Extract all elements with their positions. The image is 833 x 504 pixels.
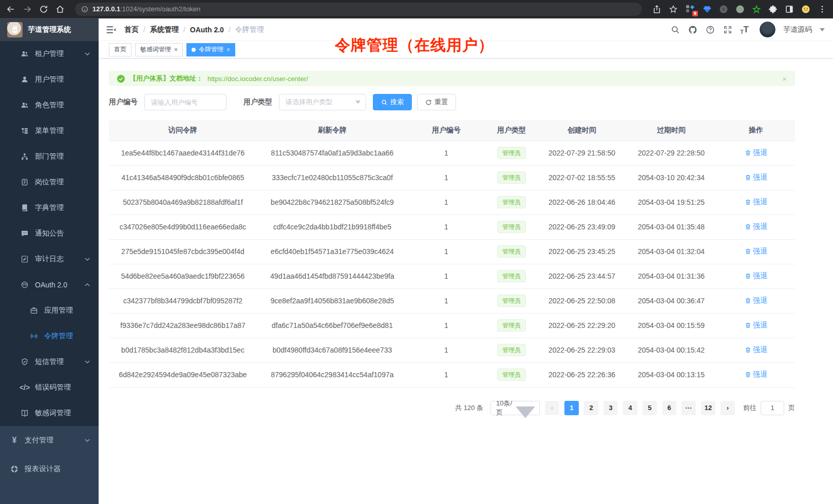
page-button-2[interactable]: 2	[584, 401, 598, 415]
sidebar-item-menu[interactable]: 菜单管理	[0, 118, 99, 144]
sidebar-item-sms[interactable]: 短信管理	[0, 349, 99, 375]
dark-circle-extension-icon[interactable]	[719, 5, 728, 14]
page-button-5[interactable]: 5	[642, 401, 657, 415]
sidebar-item-role[interactable]: 角色管理	[0, 92, 99, 118]
browser-reload-icon[interactable]	[39, 5, 48, 14]
page-button-1[interactable]: 1	[564, 401, 579, 415]
sidebar-item-oauth2-token[interactable]: 令牌管理	[0, 323, 99, 349]
tab-close-icon[interactable]: ×	[174, 47, 178, 53]
browser-forward-icon[interactable]	[23, 5, 32, 14]
breadcrumb-item[interactable]: 系统管理	[150, 25, 179, 34]
tab-close-icon[interactable]: ×	[226, 47, 230, 53]
menu-item-label: 错误码管理	[35, 383, 71, 392]
force-logout-button[interactable]: 强退	[745, 370, 767, 379]
alert-text: 【用户体系】文档地址：	[129, 74, 203, 83]
force-logout-button[interactable]: 强退	[745, 272, 767, 281]
force-logout-button[interactable]: 强退	[745, 198, 767, 207]
tab-令牌管理[interactable]: 令牌管理 ×	[186, 43, 235, 56]
browser-home-icon[interactable]	[55, 5, 65, 14]
header-search-icon[interactable]	[671, 25, 680, 34]
menu-item-label: OAuth 2.0	[35, 281, 67, 289]
sidebar-item-audit-log[interactable]: 审计日志	[0, 246, 99, 272]
gem-extension-icon[interactable]	[703, 5, 712, 14]
force-logout-button[interactable]: 强退	[745, 247, 767, 256]
sidebar-item-oauth2-app[interactable]: 应用管理	[0, 298, 99, 323]
extension-colored-icon[interactable]: 9	[685, 4, 695, 14]
force-logout-button[interactable]: 强退	[745, 173, 767, 182]
force-logout-button[interactable]: 强退	[745, 222, 767, 231]
tab-首页[interactable]: 首页	[109, 43, 131, 56]
tab-敏感词管理[interactable]: 敏感词管理 ×	[135, 43, 183, 56]
address-bar[interactable]: 127.0.0.1:1024/system/oauth2/token	[75, 3, 642, 16]
site-info-icon[interactable]	[81, 6, 88, 13]
font-size-icon[interactable]: TT	[741, 25, 749, 35]
tab-active-dot	[192, 48, 196, 52]
sidebar-item-oauth2[interactable]: OAuth 2.0	[0, 272, 99, 298]
user-name[interactable]: 芋道源码	[783, 25, 812, 34]
sidebar-item-notice[interactable]: 通知公告	[0, 221, 99, 246]
next-page-button[interactable]: ›	[721, 401, 735, 415]
sidebar-item-report[interactable]: 报表设计器	[0, 455, 99, 483]
sidebar-item-sensitive-word[interactable]: 敏感词管理	[0, 400, 99, 426]
user-type-tag: 管理员	[497, 369, 526, 381]
code-icon: </>	[21, 383, 29, 392]
expire-time-cell: 2054-03-04 01:31:36	[626, 264, 717, 288]
page-more-button[interactable]: ···	[681, 401, 696, 415]
jump-page-input[interactable]	[761, 401, 784, 415]
search-button[interactable]: 搜索	[373, 94, 412, 110]
sidebar-item-post[interactable]: 岗位管理	[0, 169, 99, 195]
menu-item-label: 用户管理	[35, 75, 64, 84]
refresh-token-cell: 811c530487574fa0af1a59d3abc1aa66	[257, 141, 408, 165]
dict-icon	[21, 204, 29, 212]
alert-doc-link[interactable]: https://doc.iocoder.cn/user-center/	[207, 75, 308, 83]
sidebar-item-dept[interactable]: 部门管理	[0, 144, 99, 169]
page-button-12[interactable]: 12	[701, 401, 715, 415]
chevron-up-icon	[84, 282, 90, 288]
filter-form: 用户编号 用户类型 请选择用户类型 搜索 重置	[109, 94, 795, 110]
log-icon	[21, 255, 29, 263]
sidebar-collapse-icon[interactable]	[106, 25, 116, 35]
prev-page-button[interactable]: ‹	[545, 401, 559, 415]
pagination: 共 120 条 10条/页 ‹ 123456···12 › 前往 页	[109, 401, 795, 415]
share-icon[interactable]	[652, 5, 661, 14]
breadcrumb-item[interactable]: OAuth 2.0	[190, 26, 224, 34]
green-circle-extension-icon[interactable]	[735, 5, 745, 14]
sidebar-item-pay[interactable]: ¥ 支付管理	[0, 426, 99, 455]
browser-menu-icon[interactable]	[818, 5, 827, 14]
app-logo[interactable]: 芋道管理系统	[0, 18, 99, 41]
page-button-4[interactable]: 4	[623, 401, 637, 415]
fullscreen-icon[interactable]	[723, 25, 733, 34]
user-type-tag: 管理员	[497, 319, 526, 332]
user-id-cell: 1	[408, 338, 485, 362]
extensions-puzzle-icon[interactable]	[768, 5, 778, 14]
force-logout-button[interactable]: 强退	[745, 296, 767, 305]
reset-button[interactable]: 重置	[417, 94, 456, 110]
menu-item-label: 敏感词管理	[35, 409, 71, 418]
github-icon[interactable]	[688, 25, 698, 34]
chevron-down-icon	[84, 256, 90, 262]
sidebar-item-user[interactable]: 用户管理	[0, 67, 99, 92]
profile-emoji-icon[interactable]	[801, 5, 810, 14]
page-size-select[interactable]: 10条/页	[490, 401, 540, 415]
sidebar-item-error-code[interactable]: </> 错误码管理	[0, 375, 99, 400]
force-logout-button[interactable]: 强退	[745, 321, 767, 330]
force-logout-button[interactable]: 强退	[745, 148, 767, 158]
user-menu-caret-icon[interactable]	[820, 28, 825, 31]
breadcrumb-item[interactable]: 首页	[124, 25, 139, 34]
user-type-select[interactable]: 请选择用户类型	[279, 94, 366, 110]
sidebar-item-tenant[interactable]: 租户管理	[0, 41, 99, 67]
sidebar-item-dict[interactable]: 字典管理	[0, 195, 99, 221]
force-logout-button[interactable]: 强退	[745, 345, 767, 355]
browser-back-icon[interactable]	[6, 5, 15, 14]
pagination-total: 共 120 条	[455, 403, 483, 413]
user-id-input[interactable]	[144, 94, 226, 110]
page-button-3[interactable]: 3	[603, 401, 618, 415]
page-button-6[interactable]: 6	[662, 401, 676, 415]
column-header: 操作	[717, 120, 795, 141]
side-panel-icon[interactable]	[785, 5, 794, 14]
green-star-extension-icon[interactable]	[752, 5, 761, 14]
user-avatar[interactable]	[760, 22, 775, 37]
alert-close-icon[interactable]: ×	[782, 75, 787, 83]
bookmark-star-icon[interactable]	[669, 5, 678, 14]
help-icon[interactable]	[706, 25, 715, 34]
